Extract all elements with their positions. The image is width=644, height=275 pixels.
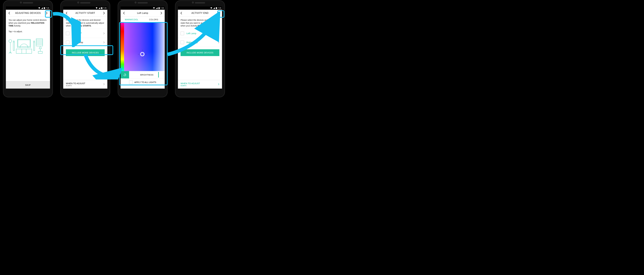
checkbox[interactable]	[66, 32, 70, 35]
next-button[interactable]	[160, 11, 163, 15]
battery-icon	[44, 7, 45, 9]
checkbox[interactable]	[129, 81, 132, 84]
when-to-adjust-row[interactable]: WHEN TO ADJUST ALWAYS	[63, 80, 107, 89]
device-label: Left Lamp	[186, 32, 218, 35]
next-button[interactable]	[102, 11, 106, 15]
svg-rect-26	[158, 7, 160, 9]
clock: 7:29	[103, 7, 106, 9]
back-button[interactable]	[180, 11, 183, 15]
signal-icon	[213, 7, 215, 9]
device-label: Left Lamp ON - 80%	[72, 31, 103, 36]
signal-icon	[156, 7, 158, 9]
phone-1: 7:29 ADJUSTING DEVICES You can adjust yo…	[3, 0, 53, 97]
brightness-handle[interactable]	[158, 72, 159, 78]
page-title: ACTIVITY START	[68, 12, 102, 15]
color-handle[interactable]	[140, 52, 144, 56]
device-row-left-lamp[interactable]: Left Lamp	[178, 29, 222, 38]
device-row-right-lamp[interactable]: Right Lamp	[63, 38, 107, 47]
wifi-icon	[38, 7, 40, 9]
status-bar: 7:29	[178, 7, 222, 10]
include-more-devices-button[interactable]: INCLUDE MORE DEVICES	[180, 49, 219, 56]
living-room-illustration	[6, 38, 44, 55]
screen-activity-start: 7:29 ACTIVITY START Please select the de…	[63, 7, 107, 89]
back-button[interactable]	[7, 11, 11, 15]
page-title: ACTIVITY END	[183, 12, 217, 15]
when-label: WHEN TO ADJUST ALWAYS	[66, 82, 103, 87]
device-label: Right Lamp	[186, 41, 218, 44]
svg-point-10	[34, 41, 35, 42]
device-row-left-lamp[interactable]: Left Lamp ON - 80%	[63, 29, 107, 38]
signal-icon	[41, 7, 43, 9]
chevron-right-icon	[218, 41, 219, 44]
brightness-slider[interactable]: BRIGHTNESS	[129, 71, 165, 78]
signal-icon	[98, 7, 100, 9]
checkbox[interactable]	[180, 32, 184, 35]
phone-3: 7:29 Left Lamp WARM/COOL COLORS	[118, 0, 168, 97]
checkbox[interactable]	[66, 41, 70, 44]
svg-point-2	[9, 40, 12, 43]
chevron-right-icon	[103, 83, 105, 86]
svg-rect-12	[18, 40, 30, 47]
apply-all-row[interactable]: APPLY TO ALL LIGHTS	[120, 78, 165, 86]
saturation-value-panel[interactable]	[124, 23, 165, 71]
svg-rect-1	[44, 7, 45, 8]
svg-rect-8	[34, 42, 35, 51]
svg-line-5	[10, 52, 12, 53]
content: WARM/COOL COLORS	[120, 17, 165, 89]
battery-icon	[158, 7, 160, 9]
svg-rect-22	[38, 51, 42, 53]
svg-rect-24	[101, 7, 102, 9]
tab-colors[interactable]: COLORS	[142, 19, 165, 21]
when-to-adjust-row[interactable]: WHEN TO ADJUST ALWAYS	[178, 80, 222, 89]
device-label: Right Lamp	[72, 41, 103, 44]
page-title: ADJUSTING DEVICES	[11, 12, 45, 15]
screen-adjusting-devices: 7:29 ADJUSTING DEVICES You can adjust yo…	[6, 7, 50, 89]
checkbox[interactable]	[180, 41, 184, 44]
front-camera	[77, 2, 79, 4]
front-camera	[134, 2, 136, 4]
brightness-row: BRIGHTNESS	[120, 71, 165, 78]
wifi-icon	[153, 7, 155, 9]
chevron-right-icon	[218, 83, 219, 86]
content: Please select the devices and desired st…	[63, 17, 107, 89]
screen-activity-end: 7:29 ACTIVITY END Please select the devi…	[178, 7, 222, 89]
back-button[interactable]	[65, 11, 68, 15]
chevron-right-icon	[103, 41, 105, 44]
front-camera	[20, 2, 22, 4]
status-bar: 7:29	[63, 7, 107, 10]
svg-rect-13	[16, 49, 32, 53]
hue-slider[interactable]	[120, 23, 124, 71]
screen-left-lamp: 7:29 Left Lamp WARM/COOL COLORS	[120, 7, 165, 89]
header: Left Lamp	[120, 10, 165, 17]
phone-2: 7:29 ACTIVITY START Please select the de…	[60, 0, 110, 97]
status-bar: 7:29	[6, 7, 50, 10]
phone-4: 7:29 ACTIVITY END Please select the devi…	[175, 0, 225, 97]
back-button[interactable]	[122, 11, 126, 15]
svg-rect-11	[17, 39, 30, 48]
next-button[interactable]	[217, 11, 220, 15]
front-camera	[192, 2, 194, 4]
device-row-right-lamp[interactable]: Right Lamp	[178, 38, 222, 47]
status-bar: 7:29	[120, 7, 165, 10]
power-button[interactable]	[120, 71, 129, 78]
earpiece	[23, 2, 33, 4]
instruction-text: Please select the devices and desired st…	[178, 17, 222, 29]
next-button[interactable]	[45, 11, 48, 15]
svg-rect-27	[159, 7, 160, 8]
svg-rect-30	[216, 7, 217, 9]
tab-warm-cool[interactable]: WARM/COOL	[120, 19, 142, 21]
skip-button[interactable]: SKIP	[6, 81, 50, 89]
svg-rect-31	[216, 7, 217, 8]
clock: 7:29	[160, 7, 164, 9]
when-label: WHEN TO ADJUST ALWAYS	[180, 82, 218, 87]
svg-rect-7	[13, 42, 14, 51]
earpiece	[195, 2, 205, 4]
include-more-devices-button[interactable]: INCLUDE MORE DEVICES	[66, 49, 105, 56]
svg-rect-0	[44, 7, 45, 9]
instruction-text: You can adjust your home control devices…	[6, 17, 50, 35]
header: ACTIVITY END	[178, 10, 222, 17]
content: You can adjust your home control devices…	[6, 17, 50, 89]
wifi-icon	[210, 7, 212, 9]
content: Please select the devices and desired st…	[178, 17, 222, 89]
header: ACTIVITY START	[63, 10, 107, 17]
